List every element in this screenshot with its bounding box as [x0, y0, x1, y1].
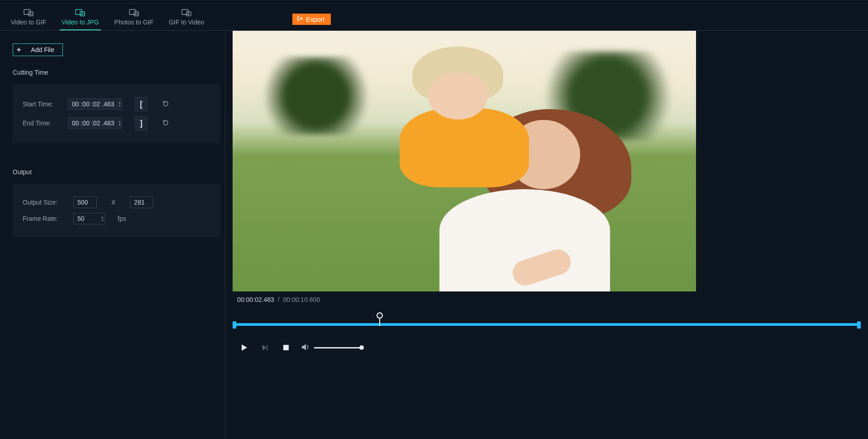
- svg-marker-12: [242, 344, 247, 351]
- output-height-input[interactable]: [130, 196, 153, 208]
- current-time: 00:00:02.483: [237, 296, 274, 303]
- output-title: Output: [13, 168, 225, 176]
- tab-label: Video to JPG: [62, 19, 99, 26]
- volume-icon: [301, 343, 310, 353]
- spinner-icon[interactable]: ▲▼: [118, 117, 121, 129]
- set-start-bracket-button[interactable]: [: [135, 97, 148, 111]
- output-width-input[interactable]: [73, 196, 97, 208]
- video-preview[interactable]: [233, 31, 696, 291]
- svg-text:JPG: JPG: [81, 13, 85, 15]
- reset-end-button[interactable]: [160, 118, 171, 129]
- size-separator: X: [110, 199, 117, 206]
- svg-text:GIF: GIF: [29, 13, 33, 15]
- tab-label: Photos to GIF: [114, 19, 153, 26]
- tab-gif-to-video[interactable]: GIF to Video: [167, 5, 206, 30]
- player-controls: [233, 342, 861, 353]
- output-size-label: Output Size:: [23, 199, 61, 206]
- range-end-handle[interactable]: [857, 321, 861, 329]
- svg-rect-14: [267, 345, 267, 350]
- export-icon: [297, 15, 303, 23]
- plus-icon: +: [17, 46, 21, 54]
- stop-button[interactable]: [281, 342, 291, 353]
- playhead-line: [379, 319, 380, 326]
- tab-label: Video to GIF: [11, 19, 46, 26]
- set-end-bracket-button[interactable]: ]: [135, 116, 148, 130]
- gif-to-video-icon: [181, 8, 192, 17]
- time-readout: 00:00:02.483 / 00:00:10.600: [233, 296, 861, 303]
- timeline[interactable]: [233, 312, 861, 330]
- end-time-label: End Time:: [23, 119, 55, 127]
- play-button[interactable]: [239, 342, 250, 353]
- export-button[interactable]: Export: [292, 14, 330, 25]
- output-panel: Output Size: X Frame Rate: ▲▼ fps: [13, 184, 220, 237]
- preview-area: 00:00:02.483 / 00:00:10.600: [225, 31, 868, 439]
- tabs-row: GIF Video to GIF JPG Video to JPG GIF Ph…: [0, 4, 868, 31]
- start-time-label: Start Time:: [23, 100, 55, 108]
- svg-marker-16: [302, 344, 306, 350]
- tab-video-to-jpg[interactable]: JPG Video to JPG: [60, 5, 100, 30]
- video-to-gif-icon: GIF: [23, 8, 34, 17]
- start-time-input[interactable]: [68, 98, 122, 110]
- time-separator: /: [278, 296, 280, 303]
- video-to-jpg-icon: JPG: [75, 8, 86, 17]
- reset-start-button[interactable]: [160, 99, 171, 110]
- cutting-time-panel: Start Time: ▲▼ [ End Time: ▲▼: [13, 84, 220, 143]
- svg-marker-11: [188, 13, 190, 15]
- frame-rate-label: Frame Rate:: [23, 215, 61, 222]
- sidebar: + Add File Cutting Time Start Time: ▲▼ [: [0, 31, 225, 439]
- range-start-handle[interactable]: [233, 321, 236, 329]
- tab-video-to-gif[interactable]: GIF Video to GIF: [9, 5, 48, 30]
- step-button[interactable]: [260, 342, 271, 353]
- fps-label: fps: [118, 215, 126, 222]
- tab-label: GIF to Video: [169, 19, 204, 26]
- svg-text:GIF: GIF: [135, 13, 138, 15]
- add-file-label: Add File: [31, 46, 54, 53]
- tab-photos-to-gif[interactable]: GIF Photos to GIF: [113, 5, 155, 30]
- svg-marker-13: [262, 345, 266, 350]
- total-time: 00:00:10.600: [283, 296, 320, 303]
- end-time-input[interactable]: [68, 117, 122, 129]
- volume-slider[interactable]: [314, 347, 364, 348]
- frame-rate-input[interactable]: [73, 213, 105, 224]
- spinner-icon[interactable]: ▲▼: [118, 98, 121, 110]
- playhead[interactable]: [377, 312, 383, 319]
- spinner-icon[interactable]: ▲▼: [101, 213, 104, 224]
- cutting-time-title: Cutting Time: [13, 69, 225, 76]
- volume-control[interactable]: [301, 343, 364, 353]
- export-label: Export: [306, 16, 324, 23]
- photos-to-gif-icon: GIF: [129, 8, 139, 17]
- svg-rect-15: [283, 345, 289, 350]
- add-file-button[interactable]: + Add File: [13, 43, 63, 56]
